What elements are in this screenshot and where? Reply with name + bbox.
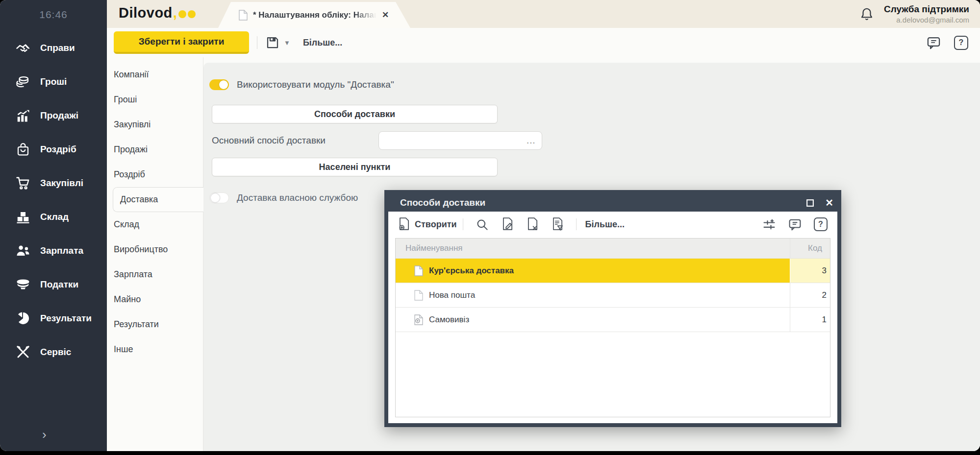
modal-maximize-button[interactable] [806, 199, 814, 207]
settings-section-nav: Компанії Гроші Закупівлі Продажі Роздріб… [107, 57, 203, 451]
document-filter-icon [552, 217, 564, 231]
nav-item-warehouse[interactable]: Склад [107, 212, 203, 237]
row-code: 1 [790, 308, 830, 332]
delivery-methods-table: Найменування Код Кур'єрська доставка 3 Н… [395, 238, 830, 417]
modal-titlebar[interactable]: Способи доставки ✕ [388, 194, 837, 212]
document-add-icon [398, 217, 410, 231]
modal-title: Способи доставки [400, 197, 795, 208]
account-info[interactable]: Служба підтримки a.delovod@gmail.com [884, 4, 969, 24]
search-icon [476, 218, 489, 231]
settlements-button[interactable]: Населені пункти [212, 158, 498, 176]
document-toolbar: Зберегти і закрити ▼ Більше... ? [107, 28, 980, 57]
row-code: 3 [790, 259, 830, 283]
toolbar-more-button[interactable]: Більше... [303, 38, 342, 48]
sidebar-item-sprav[interactable]: Справи [0, 31, 107, 65]
toolbar-divider [257, 36, 257, 49]
coins-icon [16, 74, 30, 89]
dilovod-logo[interactable]: Dilovod, [119, 5, 196, 21]
filter-document-button[interactable] [552, 217, 564, 231]
list-settings-button[interactable] [762, 217, 776, 231]
logo-dot [178, 10, 186, 18]
create-button[interactable]: Створити [398, 217, 457, 231]
table-header-row: Найменування Код [396, 239, 830, 258]
column-header-name[interactable]: Найменування [396, 239, 790, 258]
search-button[interactable] [476, 218, 489, 231]
top-header: Dilovod, * Налаштування обліку: Налаш ✕ … [107, 0, 980, 28]
edit-document-button[interactable] [502, 217, 514, 231]
help-button[interactable]: ? [954, 36, 968, 50]
sidebar-item-prodazhi[interactable]: Продажі [0, 98, 107, 132]
modal-body: Створити Більше... [388, 212, 837, 423]
sidebar-expand-chevron[interactable]: › [42, 427, 47, 442]
sidebar-item-groshi[interactable]: Гроші [0, 65, 107, 98]
sidebar-item-rezultaty[interactable]: Результати [0, 301, 107, 335]
nav-item-delivery[interactable]: Доставка [113, 187, 203, 212]
document-icon [414, 289, 423, 301]
sidebar-item-label: Продажі [40, 110, 78, 121]
modal-toolbar: Створити Більше... [388, 212, 837, 237]
comment-bubble-icon [926, 35, 941, 50]
table-row[interactable]: Нова пошта 2 [396, 283, 830, 307]
document-edit-icon [502, 217, 514, 231]
sidebar-item-zarplata[interactable]: Зарплата [0, 234, 107, 267]
nav-item-companies[interactable]: Компанії [107, 62, 203, 87]
main-delivery-method-input[interactable] [379, 132, 527, 149]
clock: 16:46 [0, 9, 107, 21]
save-dropdown-chevron-icon[interactable]: ▼ [284, 39, 290, 47]
document-tab[interactable]: * Налаштування обліку: Налаш ✕ [218, 2, 410, 28]
sidebar-item-label: Закупівлі [40, 178, 83, 189]
sidebar-item-sklad[interactable]: Склад [0, 200, 107, 234]
sidebar-item-label: Результати [40, 313, 92, 324]
nav-item-money[interactable]: Гроші [107, 87, 203, 112]
save-button[interactable] [265, 35, 280, 50]
nav-item-assets[interactable]: Майно [107, 287, 203, 312]
modal-close-button[interactable]: ✕ [825, 197, 833, 209]
modal-feedback-button[interactable] [788, 217, 802, 232]
tab-close-icon[interactable]: ✕ [382, 10, 389, 20]
own-delivery-service-toggle[interactable] [209, 192, 229, 203]
nav-item-sales[interactable]: Продажі [107, 137, 203, 162]
notifications-bell-button[interactable] [859, 6, 874, 22]
use-delivery-module-label: Використовувати модуль "Доставка" [237, 79, 394, 90]
sidebar-item-servis[interactable]: Сервіс [0, 335, 107, 369]
main-delivery-method-label: Основний спосіб доставки [212, 135, 326, 146]
logo-dot [188, 10, 196, 18]
maximize-icon [806, 199, 814, 207]
own-delivery-service-label: Доставка власною службою [237, 192, 358, 203]
modal-toolbar-divider [463, 218, 463, 230]
sidebar-item-label: Гроші [40, 76, 67, 87]
feedback-button[interactable] [926, 35, 941, 50]
create-button-label: Створити [415, 219, 457, 230]
row-name: Кур'єрська доставка [429, 266, 514, 276]
sidebar-item-label: Сервіс [40, 347, 71, 358]
account-email: a.delovod@gmail.com [884, 16, 969, 24]
modal-more-button[interactable]: Більше... [585, 219, 625, 230]
sidebar-item-zakupivli[interactable]: Закупівлі [0, 166, 107, 200]
nav-item-purchases[interactable]: Закупівлі [107, 112, 203, 137]
save-and-close-button[interactable]: Зберегти і закрити [114, 31, 249, 54]
logo-comma: , [173, 5, 177, 21]
table-row[interactable]: Кур'єрська доставка 3 [396, 258, 830, 283]
nav-item-salary[interactable]: Зарплата [107, 262, 203, 287]
use-delivery-module-toggle[interactable] [209, 79, 229, 90]
sidebar-item-rozdrib[interactable]: Роздріб [0, 132, 107, 166]
document-icon [414, 265, 423, 277]
table-empty-area [396, 332, 830, 417]
column-header-code[interactable]: Код [790, 239, 830, 258]
handshake-icon [16, 41, 30, 55]
nav-item-other[interactable]: Інше [107, 337, 203, 362]
nav-item-retail[interactable]: Роздріб [107, 162, 203, 187]
pie-chart-icon [16, 311, 30, 326]
delivery-methods-button[interactable]: Способи доставки [212, 105, 498, 123]
nav-item-production[interactable]: Виробництво [107, 237, 203, 262]
table-row[interactable]: Самовивіз 1 [396, 307, 830, 332]
nav-item-results[interactable]: Результати [107, 312, 203, 337]
modal-toolbar-divider [576, 218, 577, 230]
mark-deletion-button[interactable] [527, 217, 539, 231]
tab-title: * Налаштування обліку: Налаш [253, 10, 377, 20]
row-name: Нова пошта [429, 290, 475, 300]
bell-icon [859, 6, 874, 22]
modal-help-button[interactable]: ? [814, 217, 828, 231]
sidebar-item-podatky[interactable]: Податки [0, 267, 107, 301]
lookup-ellipsis-button[interactable]: ... [527, 137, 542, 145]
